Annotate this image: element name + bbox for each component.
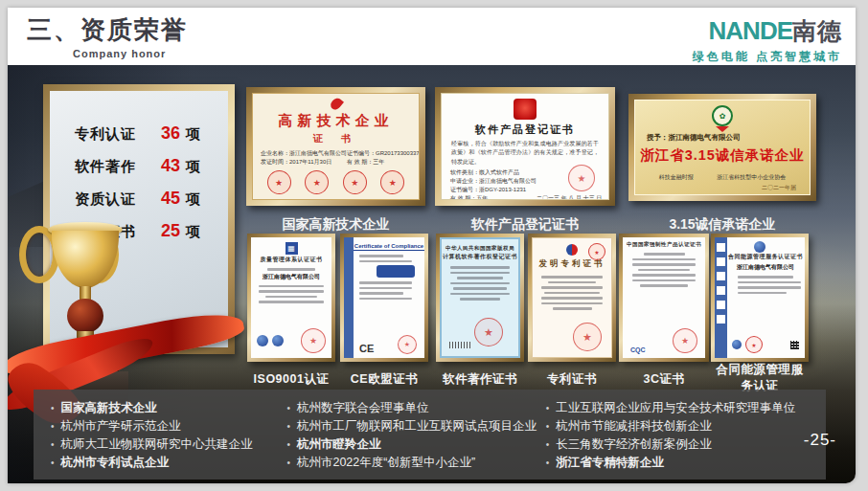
honor-item: 长三角数字经济创新案例企业 [544, 435, 811, 454]
stat-value: 25 [146, 221, 180, 241]
logo-cjk-text: 南德 [792, 17, 842, 44]
certificate-title: Certificate of Compliance [354, 243, 424, 251]
red-seal-icon: ★ [673, 328, 697, 353]
cqc-mark: CQC [630, 346, 646, 353]
certificate-body: ▦ 质量管理体系认证证书 浙江南德电气有限公司 ★ [251, 237, 331, 358]
association-logo-icon: ✿ [712, 105, 733, 126]
certificate-title: 中国国家强制性产品认证证书 [623, 241, 705, 248]
page-subtitle: Company honor [73, 48, 166, 59]
honor-item: 杭州市工厂物联网和工业互联网试点项目企业 [285, 417, 543, 435]
stat-value: 43 [146, 156, 180, 176]
honor-item: 杭州市节能减排科技创新企业 [544, 417, 811, 435]
certificate-energy-management: 合同能源管理服务认证证书 浙江南德电气有限公司 ★ 合同能源管理服务认证 [711, 234, 809, 388]
red-seal-icon: ★ [305, 170, 329, 194]
certificate-frame: 中国国家强制性产品认证证书 CQC ★ [619, 234, 709, 362]
logo-row: ★ [257, 328, 326, 353]
red-seal-icon: ★ [474, 318, 503, 346]
stat-unit: 项 [186, 190, 200, 209]
honors-column-2: 杭州数字联合会理事单位 杭州市工厂物联网和工业互联网试点项目企业 杭州市瞪羚企业… [285, 399, 543, 472]
blue-sidebar [715, 237, 727, 358]
stat-row-patents: 专利认证 36 项 [75, 123, 228, 144]
flame-logo-icon [328, 96, 343, 111]
certificate-title: 浙江省3.15诚信承诺企业 [635, 146, 810, 165]
certificate-caption: 软件产品登记证书 [435, 216, 615, 234]
red-seal-icon: ★ [267, 170, 291, 194]
honor-item: 杭州市瞪羚企业 [285, 435, 543, 454]
certificate-frame: ▦ 质量管理体系认证证书 浙江南德电气有限公司 ★ [247, 234, 335, 362]
honor-item: 杭州市专利试点企业 [49, 454, 285, 472]
accreditation-logo-icon [732, 340, 742, 349]
certificate-authority: 中华人民共和国国家版权局 [442, 245, 518, 252]
red-seal-icon: ★ [380, 170, 404, 194]
honors-column-3: 工业互联网企业应用与安全技术研究理事单位 杭州市节能减排科技创新企业 长三角数字… [544, 399, 811, 472]
slide: 三、资质荣誉 Company honor NANDE南德 绿色电能 点亮智慧城市… [8, 8, 856, 483]
stats-panel-inner: 专利认证 36 项 软件著作 43 项 资质认证 45 项 荣誉证书 25 项 [50, 91, 228, 347]
red-seal-icon: ★ [573, 323, 602, 351]
logo-row: ★ [732, 336, 799, 353]
certificate-text: 经审核，符合《鼓励软件产业和集成电路产业发展的若干政策》和《软件产品管理办法》的… [442, 137, 608, 167]
company-name: 浙江南德电气有限公司 [726, 263, 805, 272]
certificate-315-integrity: ✿ 授予：浙江南德电气有限公司 浙江省3.15诚信承诺企业 科技金融时报 浙江省… [628, 87, 816, 234]
page-number: -25- [804, 431, 836, 450]
certificate-caption: 3C证书 [619, 371, 709, 388]
field-category: 软件类别：嵌入式软件产品 [450, 168, 537, 177]
certificate-title: 高新技术企业 [253, 112, 419, 130]
header: 三、资质荣誉 Company honor NANDE南德 绿色电能 点亮智慧城市 [8, 8, 856, 65]
certificate-body: Certificate of Compliance CE ★ [344, 237, 424, 358]
certificate-body: 中华人民共和国国家版权局 计算机软件著作权登记证书 ★ [440, 237, 520, 358]
seal-row: ★ ★ ★ ★ [253, 170, 419, 194]
stats-panel: 专利认证 36 项 软件著作 43 项 资质认证 45 项 荣誉证书 25 项 [43, 84, 235, 354]
field-validity: 有 效 期：五年 [450, 194, 537, 200]
certificate-caption: CE欧盟证书 [340, 371, 428, 388]
certificate-frame: 中华人民共和国国家版权局 计算机软件著作权登记证书 ★ [436, 234, 524, 362]
certificate-patent: ★ 发明专利证书 ★ 专利证书 [528, 234, 616, 388]
certificate-caption: 专利证书 [528, 371, 616, 388]
certificate-title: 软件产品登记证书 [442, 123, 608, 137]
certificate-fields: 企业名称：浙江南德电气有限公司 发证时间：2017年11月30日 证书编号：GR… [253, 145, 419, 167]
ce-mark: CE [359, 343, 374, 354]
logo-latin-text: NANDE [709, 16, 792, 45]
patent-office-logo-icon [566, 244, 578, 256]
honor-item: 国家高新技术企业 [49, 399, 285, 417]
field-company: 企业名称：浙江南德电气有限公司 [261, 149, 347, 158]
certificate-software-product: 软件产品登记证书 经审核，符合《鼓励软件产业和集成电路产业发展的若干政策》和《软… [435, 87, 615, 234]
honors-band: 国家高新技术企业 杭州市产学研示范企业 杭师大工业物联网研究中心共建企业 杭州市… [34, 390, 826, 480]
certificate-ce: Certificate of Compliance CE ★ CE欧盟证书 [340, 234, 428, 388]
stat-unit: 项 [186, 223, 200, 241]
field-validity: 有 效 期：三年 [347, 158, 420, 167]
footer-right: 浙江省科技型中小企业协会 [717, 173, 786, 182]
footer-left: 科技金融时报 [659, 173, 694, 182]
certificate-body: 软件产品登记证书 经审核，符合《鼓励软件产业和集成电路产业发展的若干政策》和《软… [441, 93, 609, 200]
certificate-3c: 中国国家强制性产品认证证书 CQC ★ 3C证书 [619, 234, 709, 388]
red-seal-icon: ★ [398, 335, 417, 354]
field-number: 证书编号：GR201733003378 [347, 149, 420, 158]
field-company: 申请企业：浙江南德电气有限公司 [450, 177, 537, 186]
qr-code [790, 341, 799, 349]
red-seal-icon: ★ [588, 243, 605, 260]
national-emblem-icon [514, 99, 537, 120]
honor-item: 杭州市2022年度“创新型中小企业” [285, 454, 543, 472]
ribbon-icon [716, 126, 729, 132]
honor-item: 杭州市产学研示范企业 [49, 417, 285, 435]
logo-tagline: 绿色电能 点亮智慧城市 [693, 49, 842, 65]
certification-logo-icon [754, 241, 765, 253]
certificate-body: ✿ 授予：浙江南德电气有限公司 浙江省3.15诚信承诺企业 科技金融时报 浙江省… [634, 100, 811, 195]
stat-row-software: 软件著作 43 项 [75, 156, 228, 176]
honor-item: 浙江省专精特新企业 [544, 454, 811, 472]
company-name: 浙江南德电气有限公司 [251, 273, 331, 281]
certificate-caption: 软件著作证书 [436, 371, 524, 388]
honor-item: 杭师大工业物联网研究中心共建企业 [49, 435, 285, 454]
red-seal-icon: ★ [343, 170, 367, 194]
stat-unit: 项 [186, 125, 200, 144]
page-title: 三、资质荣誉 [27, 13, 188, 47]
certificate-subtitle: 证 书 [253, 132, 419, 145]
certificate-title: 合同能源管理服务认证证书 [726, 253, 805, 261]
field-date: 二〇一三 年 八 月 十三 日 [537, 194, 602, 200]
certificate-frame: ✿ 授予：浙江南德电气有限公司 浙江省3.15诚信承诺企业 科技金融时报 浙江省… [628, 94, 816, 201]
certificate-hightech: 高新技术企业 证 书 企业名称：浙江南德电气有限公司 发证时间：2017年11月… [246, 87, 425, 234]
cert-mark-icon: ▦ [286, 242, 298, 255]
stat-label: 荣誉证书 [75, 223, 146, 241]
footer-year: 二〇二一年届 [635, 184, 810, 192]
certificate-body: 高新技术企业 证 书 企业名称：浙江南德电气有限公司 发证时间：2017年11月… [252, 93, 420, 200]
certificate-caption: ISO9001认证 [247, 371, 335, 388]
